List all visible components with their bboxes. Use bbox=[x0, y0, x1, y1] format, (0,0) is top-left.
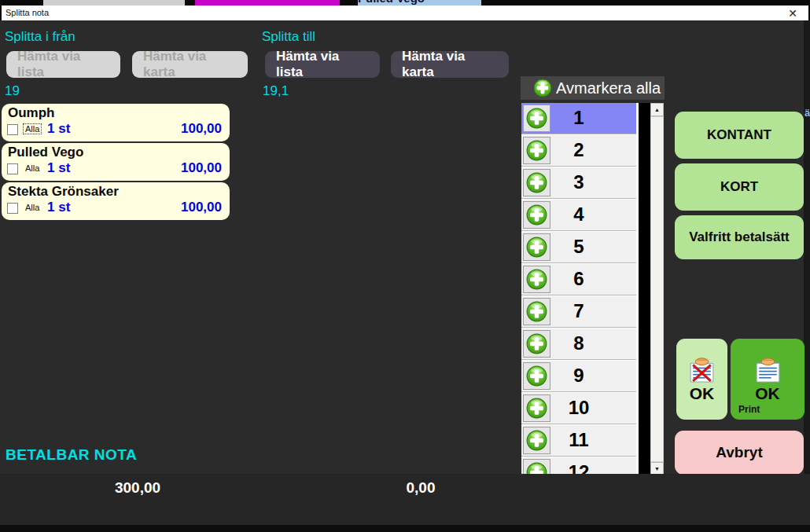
card-button[interactable]: KORT bbox=[675, 163, 804, 211]
memo-print-icon bbox=[753, 356, 782, 385]
splitta-nota-dialog: Pulled Vego ä Splitta nota ✕ Splitta i f… bbox=[0, 0, 810, 532]
background-app-block bbox=[195, 0, 340, 6]
item-name: Oumph bbox=[6, 105, 223, 121]
cash-button[interactable]: KONTANT bbox=[675, 112, 804, 159]
background-app-block bbox=[43, 0, 185, 6]
item-name: Pulled Vego bbox=[6, 145, 223, 160]
scrollbar-thumb[interactable] bbox=[650, 116, 664, 462]
item-price: 100,00 bbox=[181, 200, 222, 215]
alla-checkbox[interactable] bbox=[7, 163, 18, 174]
deselect-all-button[interactable]: Avmarkera alla bbox=[521, 76, 665, 100]
fetch-via-list-to-button[interactable]: Hämta via lista bbox=[265, 51, 380, 78]
split-target-row[interactable]: 1 bbox=[521, 103, 636, 134]
item-price: 100,00 bbox=[181, 121, 222, 137]
item-quantity: 1 st bbox=[47, 121, 70, 137]
split-target-number: 9 bbox=[521, 365, 636, 387]
alla-checkbox-label: Alla bbox=[24, 163, 41, 173]
split-target-row[interactable]: 11 bbox=[521, 425, 636, 457]
window-title: Splitta nota bbox=[6, 8, 49, 17]
payable-bill-label: BETALBAR NOTA bbox=[6, 446, 137, 464]
bottom-strip bbox=[0, 525, 810, 532]
split-target-number: 7 bbox=[521, 300, 636, 322]
split-target-row[interactable]: 8 bbox=[521, 328, 636, 360]
free-payment-button[interactable]: Valfritt betalsätt bbox=[675, 215, 804, 259]
ok-print-button[interactable]: OK Print bbox=[731, 339, 804, 420]
item-quantity: 1 st bbox=[47, 160, 70, 176]
alla-checkbox[interactable] bbox=[7, 124, 18, 135]
ok-label: OK bbox=[690, 385, 715, 402]
split-target-row[interactable]: 10 bbox=[521, 393, 636, 424]
split-target-number: 4 bbox=[521, 204, 636, 226]
alla-checkbox-label: Alla bbox=[24, 124, 41, 134]
fetch-via-map-from-button[interactable]: Hämta via karta bbox=[132, 51, 248, 78]
list-gap bbox=[639, 103, 650, 475]
source-total-value: 300,00 bbox=[75, 479, 201, 497]
alla-checkbox-label: Alla bbox=[24, 203, 41, 212]
title-bar: Splitta nota ✕ bbox=[2, 6, 808, 20]
ok-print-label: OK bbox=[755, 385, 780, 402]
bill-item-card[interactable]: Pulled VegoAlla1 st100,00 bbox=[2, 143, 230, 181]
split-target-number: 10 bbox=[521, 397, 636, 419]
split-target-row[interactable]: 6 bbox=[521, 264, 636, 295]
split-target-number: 6 bbox=[521, 268, 636, 290]
cancel-button[interactable]: Avbryt bbox=[675, 431, 804, 475]
totals-panel: 300,00 0,00 bbox=[0, 474, 810, 525]
memo-no-print-icon bbox=[687, 356, 716, 385]
background-sliver-right: ä bbox=[804, 20, 810, 525]
fetch-via-list-from-button[interactable]: Hämta via lista bbox=[6, 51, 120, 78]
item-quantity: 1 st bbox=[47, 200, 70, 215]
ok-button[interactable]: OK bbox=[676, 339, 727, 420]
fetch-via-map-to-button[interactable]: Hämta via karta bbox=[391, 51, 509, 78]
split-target-row[interactable]: 12 bbox=[521, 457, 636, 475]
split-target-number: 11 bbox=[521, 429, 636, 451]
split-list-scrollbar[interactable]: ▲ ▼ bbox=[650, 103, 664, 475]
split-target-row[interactable]: 4 bbox=[521, 200, 636, 231]
deselect-all-label: Avmarkera alla bbox=[556, 79, 661, 97]
plus-circle-icon bbox=[533, 79, 552, 97]
bill-item-card[interactable]: OumphAlla1 st100,00 bbox=[2, 104, 230, 141]
item-name: Stekta Grönsaker bbox=[6, 184, 223, 200]
print-label: Print bbox=[738, 404, 760, 415]
alla-checkbox[interactable] bbox=[7, 203, 18, 214]
split-target-row[interactable]: 3 bbox=[521, 167, 636, 199]
split-target-number: 3 bbox=[521, 171, 636, 193]
split-to-heading: Splitta till bbox=[262, 29, 315, 45]
bill-item-card[interactable]: Stekta GrönsakerAlla1 st100,00 bbox=[2, 182, 230, 220]
split-target-number: 1 bbox=[521, 107, 636, 129]
split-target-row[interactable]: 5 bbox=[521, 232, 636, 263]
split-target-row[interactable]: 9 bbox=[521, 361, 636, 392]
split-target-row[interactable]: 2 bbox=[521, 135, 636, 167]
background-app-block: Pulled Vego bbox=[358, 0, 481, 6]
split-target-list[interactable]: 123456789101112 bbox=[521, 103, 639, 475]
scroll-up-button[interactable]: ▲ bbox=[650, 103, 664, 116]
split-target-number: 5 bbox=[521, 236, 636, 258]
split-target-number: 8 bbox=[521, 332, 636, 354]
target-total-value: 0,00 bbox=[366, 479, 476, 497]
close-icon[interactable]: ✕ bbox=[785, 6, 801, 20]
source-table-ref: 19 bbox=[5, 83, 20, 99]
target-table-ref: 19,1 bbox=[263, 83, 289, 99]
item-price: 100,00 bbox=[181, 160, 222, 176]
split-target-row[interactable]: 7 bbox=[521, 296, 636, 328]
background-text-fragment: ä bbox=[804, 107, 810, 119]
split-target-number: 2 bbox=[521, 139, 636, 161]
split-from-heading: Splitta i från bbox=[5, 29, 75, 45]
